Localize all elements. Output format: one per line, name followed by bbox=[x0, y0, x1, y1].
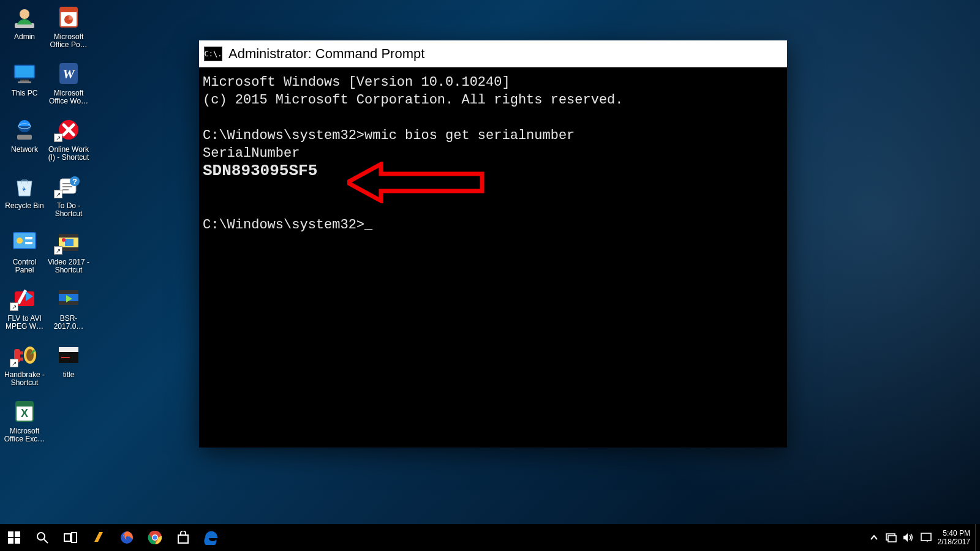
svg-rect-27 bbox=[65, 239, 74, 246]
tray-notifications-button[interactable] bbox=[917, 524, 935, 551]
shortcut-arrow-icon: ↗ bbox=[10, 359, 18, 367]
terminal-cursor bbox=[364, 217, 372, 233]
command-prompt-window[interactable]: C:\. Administrator: Command Prompt Micro… bbox=[199, 40, 787, 448]
taskbar: 5:40 PM 2/18/2017 bbox=[0, 524, 980, 551]
window-title: Administrator: Command Prompt bbox=[228, 46, 424, 62]
svg-rect-3 bbox=[60, 7, 77, 12]
svg-point-55 bbox=[153, 535, 157, 539]
desktop-icon-network[interactable]: Network bbox=[2, 116, 47, 162]
search-button[interactable] bbox=[28, 524, 56, 551]
control-panel-icon bbox=[11, 229, 38, 256]
taskbar-app-edge[interactable] bbox=[197, 524, 225, 551]
svg-rect-8 bbox=[18, 81, 31, 83]
desktop-icon-handbrake[interactable]: ↗ Handbrake - Shortcut bbox=[2, 342, 47, 387]
svg-text:?: ? bbox=[72, 177, 77, 186]
svg-rect-23 bbox=[25, 242, 32, 244]
bsr-icon bbox=[55, 285, 82, 312]
svg-rect-50 bbox=[64, 534, 70, 541]
windows-logo-icon bbox=[8, 531, 20, 544]
desktop-icon-label: This PC bbox=[12, 89, 38, 97]
svg-rect-51 bbox=[72, 533, 77, 542]
tray-network-button[interactable] bbox=[883, 524, 900, 551]
svg-text:W: W bbox=[62, 66, 75, 81]
desktop-icon-label: Recycle Bin bbox=[5, 202, 43, 210]
task-view-button[interactable] bbox=[56, 524, 85, 551]
tray-overflow-button[interactable] bbox=[865, 524, 883, 551]
desktop-icon-flv-to-avi[interactable]: ↗ FLV to AVI MPEG W… bbox=[2, 285, 47, 331]
desktop-icon-video[interactable]: ↗ Video 2017 - Shortcut bbox=[47, 229, 91, 274]
taskbar-app-chrome[interactable] bbox=[141, 524, 169, 551]
desktop-icon-label: Online Work (I) - Shortcut bbox=[47, 146, 90, 162]
svg-rect-37 bbox=[20, 358, 23, 361]
svg-point-28 bbox=[62, 238, 66, 242]
svg-point-21 bbox=[17, 238, 23, 244]
desktop-icon-this-pc[interactable]: This PC bbox=[2, 60, 47, 105]
svg-rect-22 bbox=[25, 237, 32, 239]
desktop-icon-bsr[interactable]: BSR-2017.0… bbox=[47, 285, 91, 331]
svg-rect-40 bbox=[61, 357, 70, 358]
shortcut-arrow-icon: ↗ bbox=[54, 246, 62, 255]
monitor-network-icon bbox=[886, 533, 897, 542]
admin-user-icon bbox=[11, 4, 38, 31]
edge-icon bbox=[204, 530, 219, 545]
taskbar-app-store[interactable] bbox=[169, 524, 197, 551]
svg-rect-7 bbox=[20, 80, 29, 81]
terminal-line: SerialNumber bbox=[203, 146, 300, 161]
desktop-icon-label: FLV to AVI MPEG W… bbox=[3, 315, 46, 331]
taskbar-app-winamp[interactable] bbox=[85, 524, 113, 551]
desktop-icon-word[interactable]: W Microsoft Office Wo… bbox=[47, 60, 91, 105]
desktop-icon-label: Video 2017 - Shortcut bbox=[47, 258, 90, 274]
svg-rect-14 bbox=[17, 135, 32, 140]
store-icon bbox=[176, 531, 190, 544]
svg-rect-57 bbox=[888, 536, 896, 542]
desktop-icon-online-work[interactable]: ↗ Online Work (I) - Shortcut bbox=[47, 116, 91, 162]
svg-rect-45 bbox=[15, 531, 20, 537]
svg-rect-36 bbox=[20, 351, 23, 354]
task-view-icon bbox=[64, 532, 77, 543]
desktop-icon-label: Microsoft Office Wo… bbox=[47, 89, 90, 105]
desktop-icon-label: Control Panel bbox=[3, 258, 46, 274]
desktop-icon-label: To Do - Shortcut bbox=[47, 202, 90, 218]
terminal-line: (c) 2015 Microsoft Corporation. All righ… bbox=[203, 92, 624, 108]
svg-rect-47 bbox=[15, 538, 20, 544]
svg-line-49 bbox=[44, 539, 48, 543]
window-titlebar[interactable]: C:\. Administrator: Command Prompt bbox=[199, 40, 787, 67]
desktop-icon-label: Microsoft Office Exc… bbox=[3, 427, 46, 443]
desktop-icon-excel[interactable]: X Microsoft Office Exc… bbox=[2, 398, 47, 443]
show-desktop-button[interactable] bbox=[975, 524, 980, 551]
svg-rect-42 bbox=[16, 402, 33, 407]
tray-volume-button[interactable] bbox=[900, 524, 917, 551]
terminal-line: Microsoft Windows [Version 10.0.10240] bbox=[203, 75, 510, 90]
desktop-icon-control-panel[interactable]: Control Panel bbox=[2, 229, 47, 274]
cmd-icon: C:\. bbox=[204, 47, 222, 61]
desktop-icon-label: title bbox=[63, 371, 75, 379]
shortcut-arrow-icon: ↗ bbox=[54, 133, 62, 142]
desktop-icon-powerpoint[interactable]: Microsoft Office Po… bbox=[47, 4, 91, 49]
title-icon bbox=[55, 342, 82, 369]
taskbar-clock[interactable]: 5:40 PM 2/18/2017 bbox=[935, 524, 975, 551]
svg-rect-44 bbox=[8, 531, 13, 537]
search-icon bbox=[36, 531, 48, 544]
desktop-icons: Admin Microsoft Office Po… bbox=[2, 4, 100, 443]
terminal-output[interactable]: Microsoft Windows [Version 10.0.10240] (… bbox=[199, 67, 787, 238]
firefox-icon bbox=[119, 530, 134, 545]
svg-rect-25 bbox=[59, 234, 78, 238]
excel-icon: X bbox=[11, 398, 38, 425]
svg-point-1 bbox=[20, 9, 29, 19]
taskbar-app-firefox[interactable] bbox=[113, 524, 141, 551]
powerpoint-icon bbox=[55, 4, 82, 31]
desktop-icon-admin[interactable]: Admin bbox=[2, 4, 47, 49]
start-button[interactable] bbox=[0, 524, 28, 551]
svg-rect-6 bbox=[15, 66, 34, 77]
serial-number: SDN893095SF5 bbox=[203, 162, 317, 180]
chrome-icon bbox=[148, 530, 162, 545]
desktop-icon-label: Admin bbox=[14, 33, 35, 41]
desktop-icon-title[interactable]: title bbox=[47, 342, 91, 387]
desktop-icon-todo[interactable]: ? ↗ To Do - Shortcut bbox=[47, 173, 91, 218]
shortcut-arrow-icon: ↗ bbox=[54, 190, 62, 198]
terminal-prompt: C:\Windows\system32> bbox=[203, 217, 364, 233]
desktop-icon-recycle-bin[interactable]: Recycle Bin bbox=[2, 173, 47, 218]
clock-time: 5:40 PM bbox=[938, 529, 970, 538]
svg-rect-58 bbox=[921, 533, 931, 541]
desktop-icon-label: Microsoft Office Po… bbox=[47, 33, 90, 49]
